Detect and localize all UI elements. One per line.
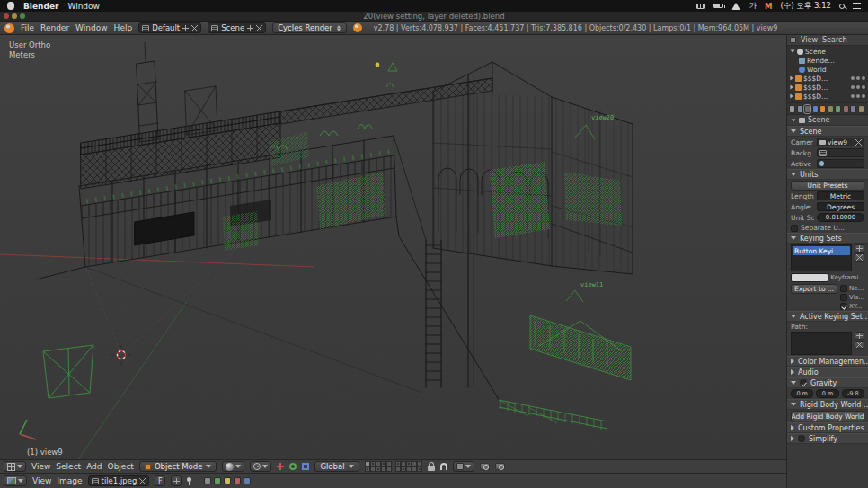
panel-scene[interactable]: Scene bbox=[787, 126, 868, 137]
add-rigid-body-world-button[interactable]: Add Rigid Body World bbox=[791, 411, 864, 421]
separate-units-checkbox[interactable] bbox=[791, 225, 798, 232]
tab-modifiers[interactable] bbox=[835, 105, 841, 113]
lamp-marker[interactable] bbox=[376, 63, 380, 67]
spotlight-icon[interactable] bbox=[839, 4, 845, 9]
tab-material[interactable] bbox=[850, 105, 856, 113]
outliner-row-object[interactable]: $$$D... bbox=[787, 83, 868, 92]
lock-layers-icon[interactable] bbox=[428, 466, 435, 471]
gravity-y-field[interactable]: 0 m bbox=[816, 389, 838, 398]
ime-korean-icon[interactable]: 가 bbox=[748, 1, 757, 12]
tab-data[interactable] bbox=[843, 105, 849, 113]
mask-mode-icon[interactable] bbox=[244, 477, 251, 484]
outliner-menu-search[interactable]: Search bbox=[822, 36, 846, 44]
scene-selector[interactable]: Scene bbox=[208, 22, 266, 33]
visibility-toggles[interactable] bbox=[851, 94, 865, 98]
xyz-rgb-checkbox[interactable] bbox=[840, 303, 847, 310]
layer-buttons[interactable] bbox=[365, 461, 422, 472]
panel-custom-properties[interactable]: Custom Properties ... bbox=[787, 422, 868, 433]
tab-constraints[interactable] bbox=[828, 105, 834, 113]
editor-type-button[interactable] bbox=[4, 475, 27, 486]
mode-dropdown[interactable]: Object Mode bbox=[139, 461, 217, 472]
tab-object[interactable] bbox=[819, 105, 826, 113]
manipulator-rotate-icon[interactable] bbox=[289, 463, 297, 470]
view3d-menu-add[interactable]: Add bbox=[86, 462, 102, 471]
keying-sets-list[interactable]: Button Keyi... bbox=[791, 244, 852, 271]
opengl-render-icon[interactable] bbox=[480, 463, 490, 470]
display-zbuffer-icon[interactable] bbox=[224, 477, 231, 484]
wireframe-scene[interactable]: User Ortho Meters (1) view9 view20 view1… bbox=[0, 35, 786, 459]
wifi-icon[interactable] bbox=[731, 3, 740, 10]
simplify-checkbox[interactable] bbox=[798, 435, 804, 441]
outliner-row-object[interactable]: $$$D... bbox=[787, 92, 868, 101]
paint-mode-icon[interactable] bbox=[234, 477, 241, 484]
outliner-row-renderlayers[interactable]: Rende... bbox=[787, 56, 868, 65]
browse-image-icon[interactable] bbox=[92, 478, 99, 484]
screen-layout-selector[interactable]: Default bbox=[138, 22, 201, 33]
panel-keying-sets[interactable]: Keying Sets bbox=[787, 233, 868, 244]
view3d-menu-select[interactable]: Select bbox=[56, 462, 81, 471]
unit-presets-dropdown[interactable]: Unit Presets bbox=[791, 181, 864, 191]
tab-scene[interactable] bbox=[804, 105, 810, 113]
export-to-file-button[interactable]: Export to ... bbox=[791, 284, 837, 294]
browse-scene-icon[interactable] bbox=[211, 25, 218, 31]
outliner-editor-icon[interactable] bbox=[790, 37, 796, 43]
panel-color-management[interactable]: Color Managemen... bbox=[787, 356, 868, 367]
viewport-shading-dropdown[interactable] bbox=[222, 461, 244, 472]
mail-icon[interactable]: M bbox=[765, 2, 772, 11]
control-center-icon[interactable] bbox=[853, 3, 861, 9]
browse-icon[interactable] bbox=[819, 150, 827, 156]
gravity-checkbox[interactable] bbox=[800, 379, 806, 386]
menubar-clock[interactable]: (수) 오후 3:12 bbox=[780, 1, 831, 12]
minimize-button[interactable] bbox=[12, 13, 17, 19]
orientation-dropdown[interactable]: Global bbox=[314, 461, 359, 472]
close-scene-icon[interactable] bbox=[256, 25, 262, 31]
panel-simplify[interactable]: Simplify bbox=[787, 433, 868, 444]
add-scene-icon[interactable] bbox=[247, 25, 253, 31]
blender-logo-icon[interactable] bbox=[4, 23, 14, 33]
keying-paths-list[interactable] bbox=[791, 332, 852, 355]
zoom-button[interactable] bbox=[20, 13, 25, 19]
background-field[interactable] bbox=[817, 148, 864, 157]
editor-type-button[interactable] bbox=[4, 461, 26, 472]
tab-render[interactable] bbox=[789, 105, 795, 113]
outliner-menu-view[interactable]: View bbox=[801, 36, 818, 44]
gravity-x-field[interactable]: 0 m bbox=[791, 389, 813, 398]
viewport-3d[interactable]: User Ortho Meters (1) view9 view20 view1… bbox=[0, 35, 786, 459]
keyboard-icon[interactable] bbox=[696, 4, 705, 9]
snap-element-dropdown[interactable] bbox=[453, 461, 474, 472]
keying-set-item[interactable]: Button Keyi... bbox=[793, 246, 850, 255]
gravity-z-field[interactable]: -9.8 bbox=[842, 389, 864, 398]
panel-active-keying-set[interactable]: Active Keying Set ... bbox=[787, 311, 868, 322]
keying-set-name-field[interactable] bbox=[791, 273, 828, 282]
battery-icon[interactable] bbox=[713, 4, 723, 8]
panel-gravity[interactable]: Gravity bbox=[787, 377, 868, 388]
tab-world[interactable] bbox=[812, 105, 819, 113]
outliner-row-object[interactable]: $$$D... bbox=[787, 74, 868, 83]
camera-field[interactable]: view9 bbox=[817, 138, 864, 146]
menu-help[interactable]: Help bbox=[114, 23, 133, 32]
unlink-image-icon[interactable] bbox=[139, 478, 146, 484]
image-menu-view[interactable]: View bbox=[32, 476, 51, 485]
display-channel-toggles[interactable] bbox=[204, 477, 251, 484]
snap-magnet-icon[interactable] bbox=[440, 463, 447, 470]
opengl-render-anim-icon[interactable] bbox=[495, 463, 505, 470]
visual-checkbox[interactable] bbox=[840, 294, 847, 301]
unit-scale-slider[interactable]: 0.010000 bbox=[817, 213, 864, 222]
image-menu-image[interactable]: Image bbox=[57, 476, 82, 485]
remove-keying-set-button[interactable] bbox=[855, 253, 864, 262]
visibility-toggles[interactable] bbox=[851, 85, 865, 89]
active-clip-field[interactable] bbox=[817, 159, 864, 168]
apple-menu-icon[interactable] bbox=[7, 2, 14, 10]
display-alpha-icon[interactable] bbox=[214, 477, 221, 484]
fake-user-button[interactable]: F bbox=[155, 475, 165, 486]
close-button[interactable] bbox=[4, 13, 9, 19]
display-rgb-icon[interactable] bbox=[204, 477, 211, 484]
panel-rigid-body-world[interactable]: Rigid Body World ... bbox=[787, 399, 868, 410]
image-datablock-selector[interactable]: tile1.jpeg bbox=[88, 475, 150, 486]
window-menu[interactable]: Window bbox=[67, 2, 100, 11]
tab-texture[interactable] bbox=[858, 105, 864, 113]
new-image-button[interactable] bbox=[171, 475, 182, 486]
manipulator-scale-icon[interactable] bbox=[302, 463, 309, 470]
browse-layout-icon[interactable] bbox=[142, 25, 149, 31]
add-layout-icon[interactable] bbox=[182, 25, 189, 31]
